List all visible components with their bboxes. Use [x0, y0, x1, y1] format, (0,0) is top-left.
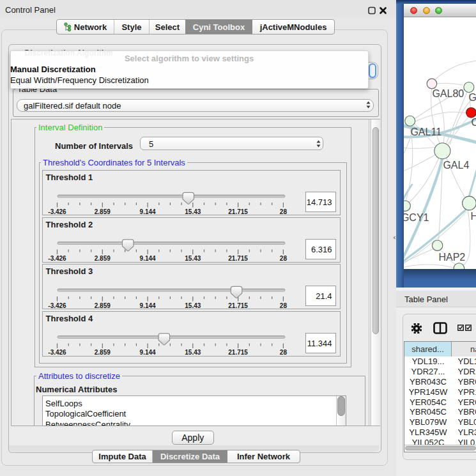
- svg-text:C: C: [471, 117, 476, 128]
- svg-text:GAL80: GAL80: [432, 88, 464, 99]
- svg-text:GAL4: GAL4: [443, 160, 469, 171]
- svg-text:HAP2: HAP2: [438, 252, 465, 263]
- svg-text:H: H: [470, 211, 476, 222]
- svg-text:GAL11: GAL11: [410, 127, 441, 137]
- svg-text:GCY1: GCY1: [404, 212, 429, 223]
- svg-text:GAL: GAL: [468, 92, 476, 103]
